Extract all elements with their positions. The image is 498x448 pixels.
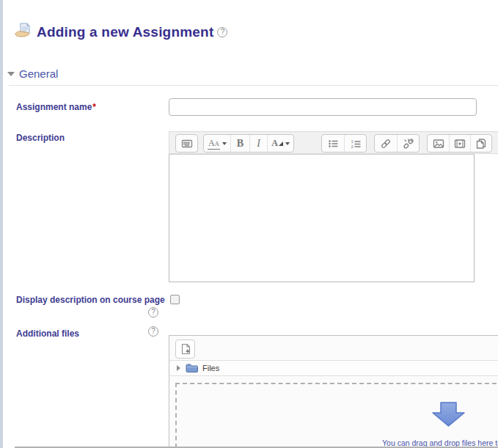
unlink-icon: [403, 138, 414, 150]
link-icon: [380, 138, 392, 150]
filemanager: Files You can drag and drop files here t…: [169, 335, 498, 448]
help-icon[interactable]: ?: [217, 27, 227, 37]
chevron-down-icon: [222, 142, 227, 145]
assignment-name-label: Assignment name*: [16, 102, 96, 112]
filemanager-root-row[interactable]: Files: [169, 360, 498, 376]
toolbar-group-text: AA B I A: [203, 134, 294, 153]
ordered-list-icon: 1 2: [350, 138, 362, 150]
assignment-name-input[interactable]: [169, 98, 477, 116]
collapse-toolbar-icon: [181, 138, 193, 150]
moodle-add-assignment-page: Adding a new Assignment ? General Assign…: [0, 0, 498, 448]
insert-media-button[interactable]: [449, 135, 470, 152]
section-label: General: [19, 67, 58, 80]
add-file-button[interactable]: [175, 339, 195, 359]
toolbar-group-collapse: [175, 134, 198, 153]
toolbar-group-media: [427, 134, 492, 153]
insert-image-button[interactable]: [428, 135, 449, 152]
bold-button[interactable]: B: [230, 135, 249, 152]
chevron-down-icon: [285, 142, 290, 145]
svg-text:1: 1: [351, 139, 354, 144]
link-button[interactable]: [375, 135, 397, 152]
display-description-checkbox[interactable]: [170, 295, 180, 304]
insert-file-icon: [475, 138, 487, 150]
help-icon[interactable]: ?: [148, 326, 158, 337]
display-description-label: Display description on course page: [16, 295, 165, 305]
drag-drop-arrow-icon: [431, 402, 466, 430]
section-divider: [9, 85, 498, 86]
italic-icon: I: [257, 138, 260, 150]
toolbar-group-lists: 1 2: [321, 134, 367, 153]
insert-image-icon: [433, 138, 444, 150]
page-header: Adding a new Assignment ?: [15, 23, 227, 42]
unordered-list-button[interactable]: [322, 135, 344, 152]
tree-expand-icon[interactable]: [177, 365, 180, 371]
font-family-button[interactable]: AA: [204, 135, 230, 152]
assignment-icon: [15, 23, 33, 42]
page-title: Adding a new Assignment: [37, 24, 213, 40]
description-editor-area[interactable]: [169, 154, 475, 282]
additional-files-label: Additional files: [16, 328, 79, 339]
collapse-caret-icon: [7, 72, 15, 76]
editor-toolbar: AA B I A: [169, 131, 498, 154]
insert-media-icon: [454, 138, 466, 150]
ordered-list-button[interactable]: 1 2: [344, 135, 366, 152]
help-icon[interactable]: ?: [148, 307, 158, 317]
file-dropzone[interactable]: You can drag and drop files here to add …: [175, 383, 498, 448]
page-left-edge: [0, 0, 3, 448]
unordered-list-icon: [327, 138, 339, 150]
svg-text:2: 2: [351, 144, 354, 149]
italic-button[interactable]: I: [249, 135, 267, 152]
folder-icon: [186, 363, 198, 373]
text-color-button[interactable]: A: [267, 135, 293, 152]
filemanager-root-label: Files: [202, 364, 219, 372]
font-family-icon: AA: [208, 138, 220, 150]
new-file-icon: [179, 342, 192, 356]
bold-icon: B: [237, 138, 243, 150]
description-label: Description: [16, 133, 65, 143]
collapse-toolbar-button[interactable]: [176, 135, 197, 152]
required-marker: *: [92, 102, 96, 112]
toolbar-group-links: [374, 134, 420, 153]
insert-file-button[interactable]: [470, 135, 491, 152]
unlink-button[interactable]: [397, 135, 419, 152]
text-color-icon: A: [271, 138, 278, 149]
section-header-general[interactable]: General: [7, 67, 58, 80]
